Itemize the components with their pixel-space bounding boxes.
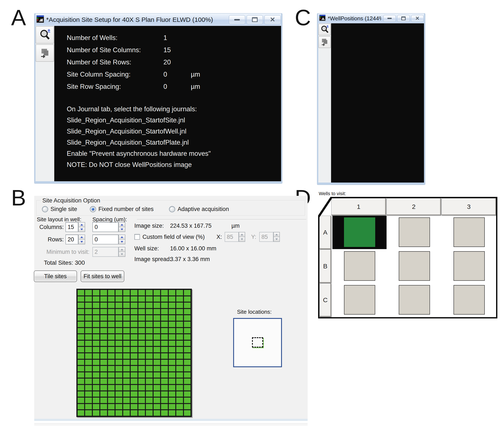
site-cell[interactable] xyxy=(131,379,137,384)
site-cell[interactable] xyxy=(184,391,191,397)
site-cell[interactable] xyxy=(138,334,145,340)
site-cell[interactable] xyxy=(176,360,183,365)
site-cell[interactable] xyxy=(169,360,175,365)
site-cell[interactable] xyxy=(108,303,115,308)
site-cell[interactable] xyxy=(161,290,168,296)
site-cell[interactable] xyxy=(184,347,191,353)
site-cell[interactable] xyxy=(93,366,99,371)
site-cell[interactable] xyxy=(85,353,92,359)
site-cell[interactable] xyxy=(138,391,145,397)
site-cell[interactable] xyxy=(169,398,175,403)
site-cell[interactable] xyxy=(176,322,183,327)
site-cell[interactable] xyxy=(138,322,145,327)
site-cell[interactable] xyxy=(169,404,175,410)
site-cell[interactable] xyxy=(108,379,115,384)
site-cell[interactable] xyxy=(154,353,160,359)
site-cell[interactable] xyxy=(93,379,99,384)
site-cell[interactable] xyxy=(176,366,183,371)
site-cell[interactable] xyxy=(100,385,107,391)
well-C1[interactable] xyxy=(344,285,375,315)
site-cell[interactable] xyxy=(85,315,92,321)
site-cell[interactable] xyxy=(169,347,175,353)
site-cell[interactable] xyxy=(176,404,183,410)
spin-up-icon[interactable] xyxy=(79,235,85,239)
site-cell[interactable] xyxy=(131,322,137,327)
site-cell[interactable] xyxy=(115,322,122,327)
site-cell[interactable] xyxy=(131,290,137,296)
site-cell[interactable] xyxy=(123,410,130,416)
site-cell[interactable] xyxy=(123,322,130,327)
site-cell[interactable] xyxy=(123,398,130,403)
site-cell[interactable] xyxy=(115,385,122,391)
window-titlebar[interactable]: *Acquisition Site Setup for 40X S Plan F… xyxy=(35,14,281,26)
site-cell[interactable] xyxy=(108,410,115,416)
site-cell[interactable] xyxy=(131,347,137,353)
site-cell[interactable] xyxy=(161,398,168,403)
site-cell[interactable] xyxy=(138,309,145,315)
site-cell[interactable] xyxy=(93,334,99,340)
well-row-header-B[interactable]: B xyxy=(319,249,331,283)
site-cell[interactable] xyxy=(161,322,168,327)
site-cell[interactable] xyxy=(93,385,99,391)
site-cell[interactable] xyxy=(154,341,160,346)
site-cell[interactable] xyxy=(131,372,137,378)
site-cell[interactable] xyxy=(78,391,84,397)
site-cell[interactable] xyxy=(78,341,84,346)
site-cell[interactable] xyxy=(100,290,107,296)
site-cell[interactable] xyxy=(85,290,92,296)
site-cell[interactable] xyxy=(176,398,183,403)
site-cell[interactable] xyxy=(184,309,191,315)
site-cell[interactable] xyxy=(146,410,153,416)
site-cell[interactable] xyxy=(93,341,99,346)
site-cell[interactable] xyxy=(115,309,122,315)
site-cell[interactable] xyxy=(184,404,191,410)
site-cell[interactable] xyxy=(131,398,137,403)
site-cell[interactable] xyxy=(161,296,168,302)
site-cell[interactable] xyxy=(100,398,107,403)
site-cell[interactable] xyxy=(100,309,107,315)
site-cell[interactable] xyxy=(93,303,99,308)
site-cell[interactable] xyxy=(85,309,92,315)
site-cell[interactable] xyxy=(108,328,115,334)
site-cell[interactable] xyxy=(131,328,137,334)
site-cell[interactable] xyxy=(78,360,84,365)
site-cell[interactable] xyxy=(100,334,107,340)
site-cell[interactable] xyxy=(85,372,92,378)
site-cell[interactable] xyxy=(108,391,115,397)
well-column-header-2[interactable]: 2 xyxy=(387,198,441,215)
site-cell[interactable] xyxy=(108,366,115,371)
site-cell[interactable] xyxy=(184,353,191,359)
site-cell[interactable] xyxy=(100,322,107,327)
site-cell[interactable] xyxy=(78,315,84,321)
well-A2[interactable] xyxy=(399,217,430,247)
radio-icon[interactable] xyxy=(169,206,175,212)
close-button[interactable]: ✕ xyxy=(411,15,423,22)
site-cell[interactable] xyxy=(123,391,130,397)
site-cell[interactable] xyxy=(115,290,122,296)
site-cell[interactable] xyxy=(161,391,168,397)
custom-fov-checkbox[interactable] xyxy=(134,234,140,240)
site-cell[interactable] xyxy=(176,328,183,334)
site-cell[interactable] xyxy=(138,360,145,365)
site-cell[interactable] xyxy=(154,315,160,321)
well-B3[interactable] xyxy=(454,251,485,281)
site-cell[interactable] xyxy=(85,404,92,410)
site-cell[interactable] xyxy=(93,290,99,296)
site-cell[interactable] xyxy=(123,334,130,340)
site-cell[interactable] xyxy=(85,296,92,302)
site-cell[interactable] xyxy=(131,410,137,416)
site-cell[interactable] xyxy=(115,353,122,359)
site-cell[interactable] xyxy=(138,372,145,378)
site-cell[interactable] xyxy=(176,309,183,315)
site-cell[interactable] xyxy=(123,315,130,321)
site-cell[interactable] xyxy=(123,347,130,353)
site-cell[interactable] xyxy=(176,379,183,384)
site-cell[interactable] xyxy=(78,385,84,391)
spin-up-icon[interactable] xyxy=(119,235,125,239)
site-cell[interactable] xyxy=(108,309,115,315)
site-cell[interactable] xyxy=(154,366,160,371)
site-cell[interactable] xyxy=(161,328,168,334)
site-cell[interactable] xyxy=(100,379,107,384)
site-cell[interactable] xyxy=(115,341,122,346)
site-cell[interactable] xyxy=(161,372,168,378)
